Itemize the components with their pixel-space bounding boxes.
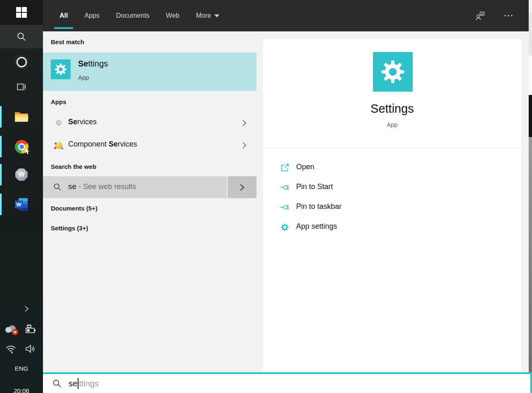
- running-indicator: [0, 106, 2, 128]
- divider: [263, 148, 521, 148]
- web-search-result: se - See web results: [43, 176, 256, 198]
- result-label: Services: [68, 118, 97, 126]
- typed-query: se: [69, 379, 77, 388]
- error-badge: ✕: [12, 329, 18, 335]
- preview-subtitle: App: [263, 121, 521, 128]
- windows-search-overlay: W W ✕: [0, 0, 532, 393]
- feedback-icon[interactable]: [474, 10, 486, 21]
- web-expand-button[interactable]: [228, 176, 256, 198]
- settings-tile-large: [373, 52, 413, 92]
- search-filter-bar: All Apps Documents Web More: [43, 0, 529, 31]
- text-caret: [78, 378, 78, 389]
- mouse-cursor-icon: [25, 148, 30, 155]
- action-app-settings[interactable]: App settings: [263, 217, 521, 237]
- preview-pane: Settings App Open Pin to Start: [263, 39, 521, 372]
- language-indicator[interactable]: ENG: [0, 365, 43, 372]
- show-hidden-icons-button[interactable]: [10, 302, 43, 315]
- running-indicator: [0, 194, 2, 215]
- result-label: Component Services: [68, 140, 137, 149]
- volume-icon[interactable]: [24, 343, 37, 355]
- taskbar-file-explorer[interactable]: [0, 104, 43, 129]
- running-indicator: [0, 164, 2, 185]
- windscribe-icon: W: [15, 168, 28, 181]
- running-indicator: [0, 136, 2, 157]
- search-results-panel: Best match Settings App Ap: [43, 31, 256, 372]
- battery-icon[interactable]: [24, 323, 37, 335]
- web-query-text: se - See web results: [68, 182, 136, 191]
- search-icon: [53, 182, 62, 192]
- gear-icon: [54, 62, 68, 76]
- best-match-result-settings[interactable]: Settings App: [43, 52, 256, 91]
- task-view-icon: [16, 82, 27, 92]
- action-open[interactable]: Open: [263, 158, 521, 178]
- background-window-edge: [529, 12, 532, 393]
- settings-tile: [51, 59, 71, 79]
- best-match-title: Settings: [78, 59, 108, 69]
- best-match-header: Best match: [51, 38, 84, 45]
- open-icon: [280, 163, 290, 173]
- gear-icon: [379, 58, 406, 85]
- taskbar-windscribe[interactable]: W: [0, 162, 43, 187]
- tab-apps[interactable]: Apps: [84, 0, 99, 31]
- tab-all[interactable]: All: [59, 0, 68, 31]
- ellipsis-icon[interactable]: [503, 10, 514, 21]
- component-services-icon: [54, 141, 63, 150]
- inline-suggestion: ttings: [79, 379, 99, 388]
- background-window-segment: [529, 56, 532, 95]
- cortana-icon: [17, 57, 27, 67]
- tab-more[interactable]: More: [196, 0, 219, 31]
- taskbar-chrome[interactable]: [0, 134, 43, 159]
- chevron-right-icon[interactable]: [242, 119, 247, 127]
- result-services[interactable]: ⚙ Services: [43, 112, 256, 134]
- filter-tabs: All Apps Documents Web More: [43, 0, 219, 31]
- result-component-services[interactable]: Component Services: [43, 135, 256, 156]
- search-icon: [52, 379, 62, 388]
- chrome-icon: [15, 140, 28, 154]
- word-icon: W: [15, 198, 28, 211]
- search-input[interactable]: settings: [43, 372, 532, 393]
- search-icon: [16, 31, 27, 42]
- cortana-button[interactable]: [0, 50, 43, 74]
- file-explorer-icon: [14, 111, 28, 123]
- tab-documents[interactable]: Documents: [116, 0, 150, 31]
- web-search-row[interactable]: se - See web results: [43, 176, 227, 198]
- taskbar: W W ✕: [0, 0, 43, 393]
- onedrive-error-icon[interactable]: ✕: [5, 323, 17, 335]
- action-pin-to-taskbar[interactable]: Pin to taskbar: [263, 197, 521, 217]
- background-window-segment: [529, 95, 532, 137]
- taskbar-search-button[interactable]: [0, 25, 43, 48]
- pin-icon: [280, 182, 290, 192]
- pin-icon: [280, 202, 290, 212]
- gear-outline-icon: [280, 222, 290, 232]
- start-button[interactable]: [0, 0, 43, 25]
- task-view-button[interactable]: [0, 75, 43, 99]
- chevron-right-icon: [240, 183, 245, 192]
- best-match-subtitle: App: [78, 74, 89, 81]
- clock[interactable]: 20:06: [0, 387, 43, 393]
- preview-title: Settings: [263, 102, 521, 116]
- tab-web[interactable]: Web: [166, 0, 180, 31]
- services-icon: ⚙: [54, 118, 63, 128]
- taskbar-word[interactable]: W: [0, 192, 43, 217]
- apps-group-header[interactable]: Apps: [51, 98, 66, 105]
- search-web-group-header: Search the web: [51, 163, 96, 170]
- wifi-icon[interactable]: [5, 343, 17, 355]
- chevron-right-icon: [23, 305, 30, 313]
- windows-logo-icon: [16, 7, 27, 18]
- chevron-down-icon: [214, 14, 219, 17]
- documents-group-header[interactable]: Documents (5+): [51, 205, 97, 212]
- background-window-segment: [529, 137, 532, 374]
- settings-group-header[interactable]: Settings (3+): [51, 225, 88, 232]
- background-window-segment: [529, 12, 532, 56]
- action-pin-to-start[interactable]: Pin to Start: [263, 178, 521, 197]
- chevron-right-icon[interactable]: [242, 142, 247, 149]
